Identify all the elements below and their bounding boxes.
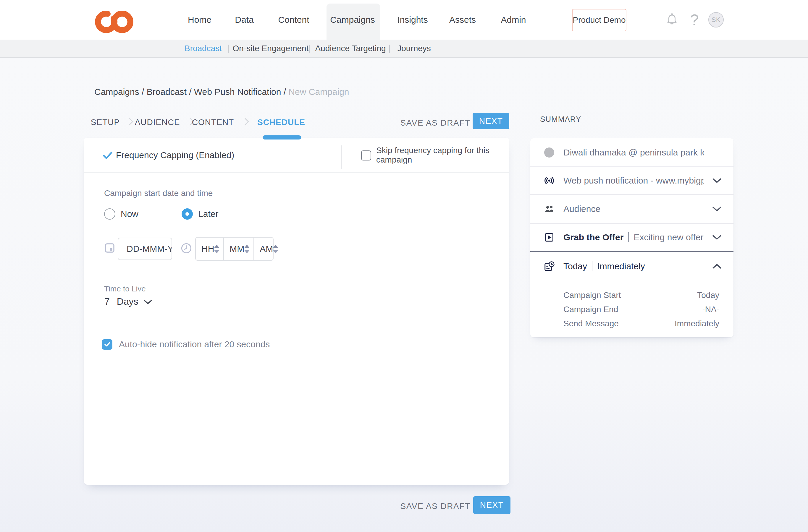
summary-schedule-title: Today <box>564 261 587 271</box>
calendar-icon <box>105 242 115 253</box>
frequency-capping-label: Frequency Capping (Enabled) <box>116 138 234 173</box>
hour-stepper[interactable]: HH <box>196 238 223 260</box>
arrow-up-icon[interactable] <box>244 245 250 248</box>
product-demo-button[interactable]: Product Demo <box>572 9 626 31</box>
ttl-value: 7 <box>105 296 110 307</box>
subnav-item-audience-targeting[interactable]: Audience Targeting <box>315 40 386 57</box>
spinner-arrows <box>244 245 250 253</box>
chevron-up-icon[interactable] <box>712 264 722 269</box>
subnav-item-broadcast[interactable]: Broadcast <box>185 40 222 57</box>
active-step-indicator <box>263 135 301 139</box>
next-button-top[interactable]: NEXT <box>473 113 509 129</box>
audience-icon <box>543 204 556 214</box>
top-nav: Home Data Content Campaigns Insights Ass… <box>0 0 808 40</box>
skip-frequency-label[interactable]: Skip frequency capping for this campaign <box>376 138 509 173</box>
summary-channel-text: Web push notification - www.mybigpric… <box>564 175 704 186</box>
step-content[interactable]: CONTENT <box>192 118 234 127</box>
play-icon <box>543 232 556 243</box>
time-to-live-label: Time to Live <box>104 284 146 293</box>
save-as-draft-button-bottom[interactable]: SAVE AS DRAFT <box>401 501 471 511</box>
radio-later-label[interactable]: Later <box>198 209 218 219</box>
detail-value: Today <box>697 290 719 300</box>
subnav-item-onsite-engagement[interactable]: On-site Engagement <box>233 40 309 57</box>
clock-icon <box>181 243 192 254</box>
nav-item-assets[interactable]: Assets <box>449 0 476 40</box>
nav-item-campaigns[interactable]: Campaigns <box>330 0 375 40</box>
separator <box>592 261 592 271</box>
chevron-down-icon[interactable] <box>712 235 722 240</box>
notifications-bell-icon[interactable] <box>665 0 679 40</box>
summary-item-campaign-name[interactable]: Diwali dhamaka @ peninsula park lower… <box>530 138 733 166</box>
arrow-down-icon[interactable] <box>244 250 250 253</box>
step-setup[interactable]: SETUP <box>91 118 120 127</box>
subnav-item-journeys[interactable]: Journeys <box>397 40 431 57</box>
skip-frequency-checkbox[interactable] <box>361 150 371 160</box>
auto-hide-checkbox[interactable] <box>102 339 112 350</box>
breadcrumb-current: New Campaign <box>288 87 349 97</box>
subnav-separator <box>389 45 390 53</box>
summary-item-content[interactable]: Grab the Offer Exciting new offer of FL… <box>530 223 733 251</box>
summary-campaign-name: Diwali dhamaka @ peninsula park lower… <box>564 148 704 157</box>
help-icon[interactable]: ? <box>687 0 701 40</box>
arrow-down-icon[interactable] <box>273 250 278 253</box>
summary-content-subtitle: Exciting new offer of FL… <box>633 232 704 242</box>
summary-panel: Diwali dhamaka @ peninsula park lower… W… <box>530 138 733 337</box>
user-avatar[interactable]: SK <box>708 12 724 27</box>
minute-value: MM <box>229 244 244 254</box>
summary-schedule-subtitle: Immediately <box>597 261 645 271</box>
breadcrumb: Campaigns / Broadcast / Web Push Notific… <box>94 87 349 97</box>
detail-value: -NA- <box>702 305 719 314</box>
chevron-down-icon[interactable] <box>712 178 722 183</box>
broadcast-icon <box>543 175 556 186</box>
summary-item-audience[interactable]: Audience <box>530 194 733 223</box>
radio-later[interactable] <box>182 208 193 220</box>
nav-item-data[interactable]: Data <box>235 0 254 40</box>
auto-hide-row: Auto-hide notification after 20 seconds <box>102 339 270 350</box>
time-to-live-dropdown[interactable]: 7 Days <box>105 295 152 308</box>
save-as-draft-button-top[interactable]: SAVE AS DRAFT <box>401 118 471 128</box>
nav-item-home[interactable]: Home <box>188 0 212 40</box>
detail-row-send-message: Send Message Immediately <box>564 317 719 331</box>
check-icon <box>103 151 112 159</box>
schedule-panel: Frequency Capping (Enabled) Skip frequen… <box>84 138 509 485</box>
subnav-separator <box>309 45 310 53</box>
start-time-radio-group: Now Later <box>104 208 218 220</box>
nav-item-insights[interactable]: Insights <box>397 0 428 40</box>
clevertap-logo-icon[interactable] <box>93 8 137 36</box>
breadcrumb-path[interactable]: Campaigns / Broadcast / Web Push Notific… <box>94 87 286 97</box>
arrow-down-icon[interactable] <box>214 250 219 253</box>
arrow-up-icon[interactable] <box>214 245 219 248</box>
next-button-bottom[interactable]: NEXT <box>473 496 511 514</box>
chevron-down-icon[interactable] <box>712 206 722 212</box>
ttl-unit: Days <box>117 296 139 307</box>
nav-item-content[interactable]: Content <box>278 0 309 40</box>
summary-heading: SUMMARY <box>540 115 581 124</box>
chevron-down-icon <box>144 300 152 304</box>
summary-content-title: Grab the Offer <box>564 232 623 242</box>
schedule-details: Campaign Start Today Campaign End -NA- S… <box>530 281 733 337</box>
schedule-icon <box>543 261 556 272</box>
avatar-initials: SK <box>712 16 720 24</box>
auto-hide-label[interactable]: Auto-hide notification after 20 seconds <box>119 339 270 349</box>
detail-row-campaign-start: Campaign Start Today <box>564 288 719 302</box>
summary-item-channel[interactable]: Web push notification - www.mybigpric… <box>530 166 733 194</box>
separator <box>628 232 629 242</box>
summary-item-schedule[interactable]: Today Immediately <box>530 251 733 281</box>
arrow-up-icon[interactable] <box>273 245 278 248</box>
nav-item-admin[interactable]: Admin <box>501 0 526 40</box>
summary-audience-text: Audience <box>564 204 600 214</box>
start-date-input[interactable] <box>118 238 172 260</box>
status-dot-icon <box>543 148 556 157</box>
campaign-start-label: Campaign start date and time <box>104 189 213 198</box>
help-glyph: ? <box>690 11 699 28</box>
meridiem-stepper[interactable]: AM <box>254 238 282 260</box>
meridiem-value: AM <box>260 244 273 254</box>
hour-value: HH <box>201 244 214 254</box>
step-audience[interactable]: AUDIENCE <box>135 118 180 127</box>
minute-stepper[interactable]: MM <box>223 238 254 260</box>
start-time-group: HH MM AM <box>195 237 274 261</box>
radio-now-label[interactable]: Now <box>121 209 139 219</box>
step-schedule[interactable]: SCHEDULE <box>257 118 305 127</box>
radio-now[interactable] <box>104 208 115 220</box>
campaigns-subnav: Broadcast On-site Engagement Audience Ta… <box>0 40 808 58</box>
